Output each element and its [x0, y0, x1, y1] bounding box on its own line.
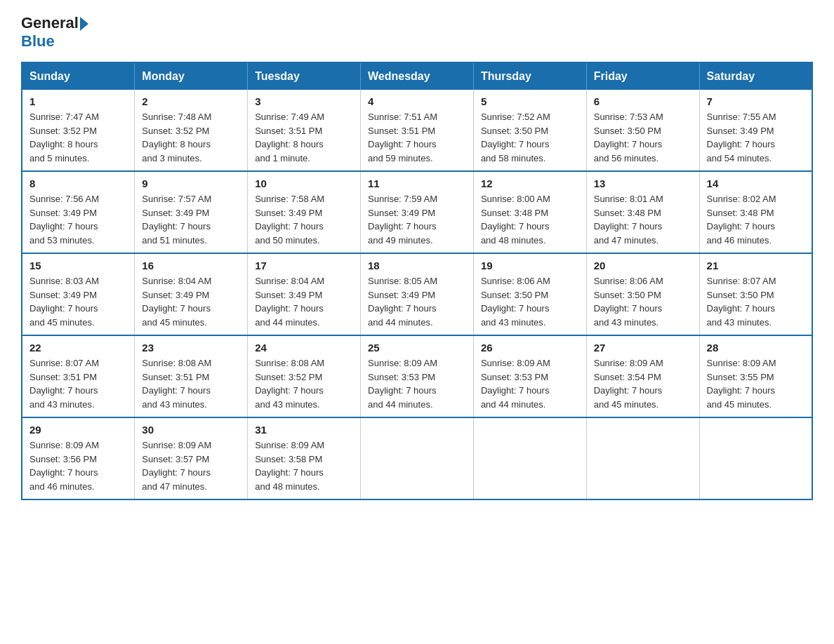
- calendar-cell: 9Sunrise: 7:57 AM Sunset: 3:49 PM Daylig…: [135, 171, 248, 253]
- calendar-table: SundayMondayTuesdayWednesdayThursdayFrid…: [21, 62, 813, 500]
- calendar-cell: 29Sunrise: 8:09 AM Sunset: 3:56 PM Dayli…: [22, 417, 135, 499]
- day-info: Sunrise: 8:09 AM Sunset: 3:56 PM Dayligh…: [29, 438, 127, 493]
- weekday-header-thursday: Thursday: [473, 62, 586, 90]
- day-number: 3: [255, 95, 353, 107]
- day-info: Sunrise: 8:04 AM Sunset: 3:49 PM Dayligh…: [255, 274, 353, 329]
- calendar-cell: [473, 417, 586, 499]
- weekday-header-monday: Monday: [135, 62, 248, 90]
- calendar-cell: 4Sunrise: 7:51 AM Sunset: 3:51 PM Daylig…: [361, 90, 474, 171]
- day-info: Sunrise: 8:08 AM Sunset: 3:52 PM Dayligh…: [255, 356, 353, 411]
- day-number: 8: [29, 177, 127, 189]
- day-number: 14: [707, 177, 805, 189]
- calendar-cell: 23Sunrise: 8:08 AM Sunset: 3:51 PM Dayli…: [135, 335, 248, 417]
- calendar-cell: 21Sunrise: 8:07 AM Sunset: 3:50 PM Dayli…: [699, 253, 812, 335]
- calendar-cell: 3Sunrise: 7:49 AM Sunset: 3:51 PM Daylig…: [248, 90, 361, 171]
- day-number: 18: [368, 260, 466, 271]
- day-info: Sunrise: 8:01 AM Sunset: 3:48 PM Dayligh…: [594, 192, 692, 247]
- day-number: 2: [142, 95, 240, 107]
- day-number: 9: [142, 177, 240, 189]
- day-number: 15: [29, 260, 127, 271]
- calendar-cell: 1Sunrise: 7:47 AM Sunset: 3:52 PM Daylig…: [22, 90, 135, 171]
- day-info: Sunrise: 8:09 AM Sunset: 3:55 PM Dayligh…: [707, 356, 805, 411]
- calendar-cell: 14Sunrise: 8:02 AM Sunset: 3:48 PM Dayli…: [699, 171, 812, 253]
- day-number: 13: [594, 177, 692, 189]
- logo-arrow-icon: [80, 17, 88, 31]
- calendar-week-row: 22Sunrise: 8:07 AM Sunset: 3:51 PM Dayli…: [22, 335, 812, 417]
- day-info: Sunrise: 7:51 AM Sunset: 3:51 PM Dayligh…: [368, 110, 466, 165]
- calendar-cell: [586, 417, 699, 499]
- day-number: 17: [255, 260, 353, 271]
- day-info: Sunrise: 7:49 AM Sunset: 3:51 PM Dayligh…: [255, 110, 353, 165]
- weekday-header-sunday: Sunday: [22, 62, 135, 90]
- day-number: 30: [142, 424, 240, 436]
- calendar-cell: 18Sunrise: 8:05 AM Sunset: 3:49 PM Dayli…: [361, 253, 474, 335]
- day-number: 28: [707, 342, 805, 354]
- calendar-week-row: 8Sunrise: 7:56 AM Sunset: 3:49 PM Daylig…: [22, 171, 812, 253]
- day-number: 19: [481, 260, 579, 271]
- day-number: 20: [594, 260, 692, 271]
- logo: General Blue: [21, 14, 88, 51]
- day-number: 5: [481, 95, 579, 107]
- day-number: 26: [481, 342, 579, 354]
- day-info: Sunrise: 7:56 AM Sunset: 3:49 PM Dayligh…: [29, 192, 127, 247]
- day-info: Sunrise: 8:09 AM Sunset: 3:53 PM Dayligh…: [481, 356, 579, 411]
- calendar-cell: 5Sunrise: 7:52 AM Sunset: 3:50 PM Daylig…: [473, 90, 586, 171]
- calendar-cell: 24Sunrise: 8:08 AM Sunset: 3:52 PM Dayli…: [248, 335, 361, 417]
- calendar-cell: 27Sunrise: 8:09 AM Sunset: 3:54 PM Dayli…: [586, 335, 699, 417]
- calendar-week-row: 15Sunrise: 8:03 AM Sunset: 3:49 PM Dayli…: [22, 253, 812, 335]
- calendar-cell: 25Sunrise: 8:09 AM Sunset: 3:53 PM Dayli…: [361, 335, 474, 417]
- calendar-cell: 30Sunrise: 8:09 AM Sunset: 3:57 PM Dayli…: [135, 417, 248, 499]
- calendar-cell: 12Sunrise: 8:00 AM Sunset: 3:48 PM Dayli…: [473, 171, 586, 253]
- day-info: Sunrise: 8:09 AM Sunset: 3:58 PM Dayligh…: [255, 438, 353, 493]
- day-info: Sunrise: 8:00 AM Sunset: 3:48 PM Dayligh…: [481, 192, 579, 247]
- calendar-cell: 15Sunrise: 8:03 AM Sunset: 3:49 PM Dayli…: [22, 253, 135, 335]
- calendar-cell: 17Sunrise: 8:04 AM Sunset: 3:49 PM Dayli…: [248, 253, 361, 335]
- day-number: 21: [707, 260, 805, 271]
- day-info: Sunrise: 8:06 AM Sunset: 3:50 PM Dayligh…: [594, 274, 692, 329]
- day-info: Sunrise: 8:09 AM Sunset: 3:53 PM Dayligh…: [368, 356, 466, 411]
- calendar-cell: 10Sunrise: 7:58 AM Sunset: 3:49 PM Dayli…: [248, 171, 361, 253]
- calendar-cell: 26Sunrise: 8:09 AM Sunset: 3:53 PM Dayli…: [473, 335, 586, 417]
- calendar-cell: 16Sunrise: 8:04 AM Sunset: 3:49 PM Dayli…: [135, 253, 248, 335]
- page-header: General Blue: [21, 14, 813, 51]
- weekday-header-tuesday: Tuesday: [248, 62, 361, 90]
- day-number: 1: [29, 95, 127, 107]
- day-number: 25: [368, 342, 466, 354]
- day-info: Sunrise: 8:09 AM Sunset: 3:54 PM Dayligh…: [594, 356, 692, 411]
- day-number: 4: [368, 95, 466, 107]
- day-number: 29: [29, 424, 127, 436]
- weekday-header-wednesday: Wednesday: [361, 62, 474, 90]
- calendar-cell: 28Sunrise: 8:09 AM Sunset: 3:55 PM Dayli…: [699, 335, 812, 417]
- day-info: Sunrise: 7:53 AM Sunset: 3:50 PM Dayligh…: [594, 110, 692, 165]
- day-info: Sunrise: 8:07 AM Sunset: 3:51 PM Dayligh…: [29, 356, 127, 411]
- calendar-cell: 7Sunrise: 7:55 AM Sunset: 3:49 PM Daylig…: [699, 90, 812, 171]
- day-number: 22: [29, 342, 127, 354]
- weekday-header-saturday: Saturday: [699, 62, 812, 90]
- logo-general: General: [21, 14, 79, 32]
- day-info: Sunrise: 7:47 AM Sunset: 3:52 PM Dayligh…: [29, 110, 127, 165]
- calendar-cell: 31Sunrise: 8:09 AM Sunset: 3:58 PM Dayli…: [248, 417, 361, 499]
- calendar-cell: 19Sunrise: 8:06 AM Sunset: 3:50 PM Dayli…: [473, 253, 586, 335]
- calendar-cell: 2Sunrise: 7:48 AM Sunset: 3:52 PM Daylig…: [135, 90, 248, 171]
- calendar-header-row: SundayMondayTuesdayWednesdayThursdayFrid…: [22, 62, 812, 90]
- day-number: 27: [594, 342, 692, 354]
- day-number: 6: [594, 95, 692, 107]
- calendar-cell: 11Sunrise: 7:59 AM Sunset: 3:49 PM Dayli…: [361, 171, 474, 253]
- day-info: Sunrise: 8:03 AM Sunset: 3:49 PM Dayligh…: [29, 274, 127, 329]
- calendar-cell: [361, 417, 474, 499]
- calendar-week-row: 1Sunrise: 7:47 AM Sunset: 3:52 PM Daylig…: [22, 90, 812, 171]
- day-info: Sunrise: 8:04 AM Sunset: 3:49 PM Dayligh…: [142, 274, 240, 329]
- day-number: 10: [255, 177, 353, 189]
- day-info: Sunrise: 8:07 AM Sunset: 3:50 PM Dayligh…: [707, 274, 805, 329]
- day-info: Sunrise: 7:48 AM Sunset: 3:52 PM Dayligh…: [142, 110, 240, 165]
- day-number: 12: [481, 177, 579, 189]
- day-number: 23: [142, 342, 240, 354]
- day-info: Sunrise: 8:06 AM Sunset: 3:50 PM Dayligh…: [481, 274, 579, 329]
- day-info: Sunrise: 8:08 AM Sunset: 3:51 PM Dayligh…: [142, 356, 240, 411]
- calendar-cell: 20Sunrise: 8:06 AM Sunset: 3:50 PM Dayli…: [586, 253, 699, 335]
- calendar-cell: [699, 417, 812, 499]
- calendar-cell: 8Sunrise: 7:56 AM Sunset: 3:49 PM Daylig…: [22, 171, 135, 253]
- calendar-cell: 6Sunrise: 7:53 AM Sunset: 3:50 PM Daylig…: [586, 90, 699, 171]
- logo-text: General: [21, 14, 88, 32]
- day-info: Sunrise: 8:05 AM Sunset: 3:49 PM Dayligh…: [368, 274, 466, 329]
